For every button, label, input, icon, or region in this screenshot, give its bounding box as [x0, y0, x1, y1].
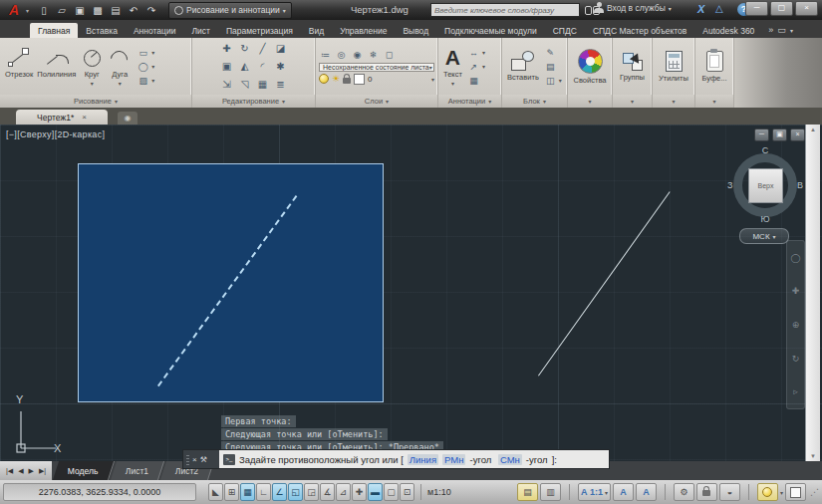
- ribbon-tab[interactable]: Аннотации: [126, 23, 184, 38]
- drawing-restore-button[interactable]: ▣: [772, 128, 787, 141]
- tab-close-icon[interactable]: ×: [82, 113, 87, 122]
- lineweight-toggle[interactable]: ▬: [368, 483, 383, 501]
- orbit-icon[interactable]: ↻: [792, 354, 800, 364]
- layer-off-icon[interactable]: ◎: [335, 49, 348, 61]
- circle-button[interactable]: Круг ▾: [78, 46, 106, 88]
- next-layout-button[interactable]: ▶: [27, 467, 36, 475]
- coordinates-readout[interactable]: 2276.0383, 3625.9334, 0.0000: [3, 483, 196, 501]
- manage-attributes-icon[interactable]: ◫ ▾: [544, 75, 562, 87]
- copy-icon[interactable]: ▣: [219, 59, 235, 74]
- layers-panel-label[interactable]: Слои▾: [316, 95, 437, 108]
- arc-button[interactable]: Дуга ▾: [106, 46, 134, 88]
- save-icon[interactable]: ▣: [73, 4, 87, 17]
- save-as-icon[interactable]: ▩: [91, 4, 105, 17]
- layer-combo-caret-icon[interactable]: ▾: [431, 76, 434, 83]
- new-drawing-tab-button[interactable]: ◉: [118, 112, 137, 125]
- drawing-canvas[interactable]: [−][Сверху][2D-каркас] ─ ▣ × С Ю З В Вер…: [0, 125, 822, 461]
- redo-icon[interactable]: ↷: [144, 4, 158, 17]
- 3d-object-snap-toggle[interactable]: ◲: [304, 483, 319, 501]
- hatch-icon[interactable]: ▨ ▾: [137, 75, 154, 87]
- layer-freeze-icon[interactable]: ❄: [367, 49, 380, 61]
- grid-toggle[interactable]: ▦: [240, 483, 255, 501]
- panel-display-button[interactable]: ▭: [777, 25, 786, 35]
- line-button[interactable]: Отрезок: [3, 46, 35, 88]
- resize-grip-icon[interactable]: ⋰: [810, 487, 819, 497]
- viewport-controls[interactable]: [−][Сверху][2D-каркас]: [6, 129, 105, 139]
- prev-layout-button[interactable]: ◀: [16, 467, 25, 475]
- block-panel-label[interactable]: Блок▾: [502, 95, 567, 108]
- exchange-apps-icon[interactable]: X: [697, 3, 704, 15]
- plot-icon[interactable]: ▤: [109, 4, 123, 17]
- layout-space-button[interactable]: ▥: [540, 483, 561, 501]
- erase-icon[interactable]: ◪: [273, 41, 289, 56]
- ortho-toggle[interactable]: ∟: [256, 483, 271, 501]
- viewcube-south-label[interactable]: Ю: [760, 214, 769, 224]
- drawing-close-button[interactable]: ×: [790, 128, 805, 141]
- transparency-toggle[interactable]: ▢: [384, 483, 399, 501]
- utilities-panel-label[interactable]: ▾: [653, 95, 694, 108]
- ribbon-tab[interactable]: Autodesk 360: [694, 23, 762, 38]
- undo-icon[interactable]: ↶: [127, 4, 140, 17]
- app-menu-button[interactable]: A: [2, 1, 26, 19]
- drawing-minimize-button[interactable]: ─: [754, 128, 769, 141]
- last-layout-button[interactable]: ▶|: [37, 467, 48, 475]
- drawing-tab[interactable]: Чертеж1* ×: [16, 110, 108, 125]
- table-icon[interactable]: ▦: [467, 75, 485, 87]
- polyline-button[interactable]: Полилиния: [35, 46, 78, 88]
- pan-icon[interactable]: ✚: [792, 286, 800, 296]
- command-option-smn[interactable]: СМн: [498, 454, 522, 465]
- model-space-button[interactable]: ▤: [517, 483, 538, 501]
- layer-thaw-sun-icon[interactable]: ☀: [332, 74, 340, 84]
- hardware-acceleration-button[interactable]: [757, 483, 778, 501]
- groups-panel-label[interactable]: ▾: [613, 95, 652, 108]
- dynamic-ucs-toggle[interactable]: ⊿: [336, 483, 351, 501]
- vertical-scrollbar[interactable]: ▲ ▼: [805, 125, 820, 461]
- navigation-wheel-icon[interactable]: ◯: [790, 253, 800, 263]
- offset-icon[interactable]: ≣: [273, 77, 289, 92]
- annotation-scale-button[interactable]: А 1:1 ▾: [578, 483, 611, 501]
- command-option-line[interactable]: Линия: [408, 454, 438, 465]
- workspace-switcher[interactable]: Рисование и аннотации ▾: [168, 2, 292, 19]
- viewcube-west-label[interactable]: З: [727, 180, 732, 190]
- viewcube-north-label[interactable]: С: [762, 145, 769, 155]
- mirror-icon[interactable]: ◭: [237, 59, 253, 74]
- draw-panel-label[interactable]: Рисование▾: [0, 95, 191, 108]
- explode-icon[interactable]: ✱: [273, 59, 289, 74]
- ribbon-tab[interactable]: Вид: [301, 23, 332, 38]
- ellipse-icon[interactable]: ◯ ▾: [137, 61, 154, 73]
- object-snap-tracking-toggle[interactable]: ∡: [320, 483, 335, 501]
- layer-state-combo[interactable]: Несохраненное состояние листа ▾: [319, 63, 434, 72]
- infer-constraints-toggle[interactable]: ◣: [208, 483, 223, 501]
- open-file-icon[interactable]: ▱: [55, 4, 69, 17]
- clipboard-panel-label[interactable]: ▾: [695, 95, 733, 108]
- layer-color-chip[interactable]: [354, 74, 365, 85]
- panel-display-caret-icon[interactable]: ▾: [790, 27, 793, 34]
- first-layout-button[interactable]: |◀: [4, 467, 15, 475]
- ribbon-tab[interactable]: Главная: [30, 23, 78, 38]
- dynamic-input-toggle[interactable]: ✚: [352, 483, 367, 501]
- modify-panel-label[interactable]: Редактирование▾: [192, 95, 315, 108]
- layer-unlock-icon[interactable]: [343, 78, 351, 84]
- command-close-icon[interactable]: ×: [192, 455, 197, 464]
- stretch-icon[interactable]: ⇲: [219, 77, 235, 92]
- wcs-button[interactable]: МСК ▾: [739, 228, 789, 244]
- command-input[interactable]: >_ Задайте противоположный угол или [ Ли…: [219, 450, 609, 468]
- annotation-panel-label[interactable]: Аннотации▾: [438, 95, 501, 108]
- polar-tracking-toggle[interactable]: ∠: [272, 483, 287, 501]
- ribbon-tab[interactable]: Параметризация: [218, 23, 301, 38]
- text-button[interactable]: А Текст ▾: [441, 46, 464, 88]
- leader-icon[interactable]: ↗ ▾: [467, 61, 485, 73]
- trim-icon[interactable]: ╱: [255, 41, 271, 56]
- annotation-autoscale-button[interactable]: А: [636, 483, 657, 501]
- toolbar-lock-button[interactable]: [696, 483, 717, 501]
- close-button[interactable]: ×: [795, 1, 818, 16]
- scale-icon[interactable]: ◹: [237, 77, 253, 92]
- move-icon[interactable]: ✚: [219, 41, 235, 56]
- workspace-switching-button[interactable]: ⚙: [674, 483, 694, 501]
- ribbon-tab[interactable]: Вставка: [78, 23, 126, 38]
- layer-lock-icon[interactable]: ◻: [383, 49, 396, 61]
- snap-toggle[interactable]: ⊞: [224, 483, 239, 501]
- viewcube[interactable]: С Ю З В Верх: [728, 148, 802, 222]
- drag-grip-icon[interactable]: [186, 453, 189, 465]
- layout-tab[interactable]: Модель: [53, 461, 115, 480]
